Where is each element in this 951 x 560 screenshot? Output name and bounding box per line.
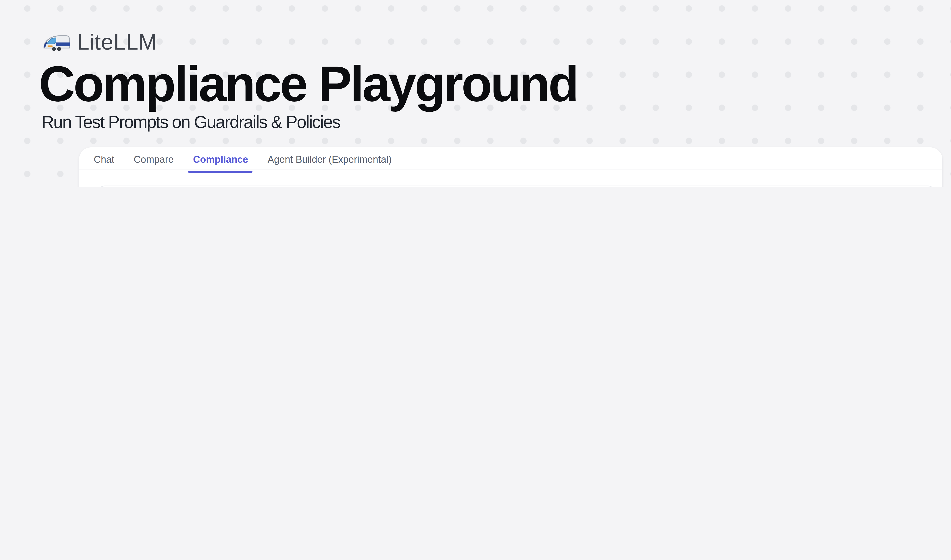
tab-compliance[interactable]: Compliance bbox=[193, 154, 248, 165]
top-tab-bar: Chat Compare Compliance Agent Builder (E… bbox=[94, 152, 392, 167]
tab-bar-divider bbox=[79, 169, 942, 169]
app-logo-text: LiteLLM bbox=[77, 29, 157, 55]
tab-agent-builder[interactable]: Agent Builder (Experimental) bbox=[268, 154, 392, 165]
tab-compare[interactable]: Compare bbox=[134, 154, 174, 165]
page-title: Compliance Playground bbox=[39, 55, 577, 112]
train-logo-icon bbox=[42, 32, 70, 52]
tab-chat[interactable]: Chat bbox=[94, 154, 114, 165]
compliance-playground-page: LiteLLM Compliance Playground Run Test P… bbox=[0, 0, 951, 187]
app-logo: LiteLLM bbox=[42, 29, 157, 55]
page-subtitle: Run Test Prompts on Guardrails & Policie… bbox=[42, 112, 340, 132]
test-configuration-card bbox=[97, 186, 936, 187]
